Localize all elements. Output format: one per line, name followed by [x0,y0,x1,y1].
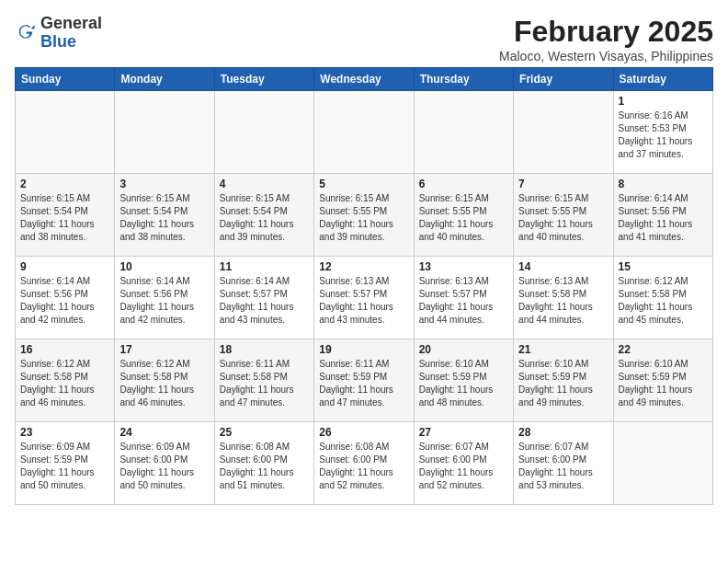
calendar-cell: 2Sunrise: 6:15 AM Sunset: 5:54 PM Daylig… [16,174,115,257]
day-number: 5 [319,178,408,190]
page-header: General Blue February 2025 Maloco, Weste… [15,15,713,63]
day-number: 9 [20,260,109,273]
calendar-cell: 8Sunrise: 6:14 AM Sunset: 5:56 PM Daylig… [613,174,712,257]
weekday-header-sunday: Sunday [16,68,115,91]
day-number: 6 [419,178,508,190]
day-number: 15 [619,260,708,273]
calendar-cell: 17Sunrise: 6:12 AM Sunset: 5:58 PM Dayli… [115,339,214,422]
calendar-cell: 3Sunrise: 6:15 AM Sunset: 5:54 PM Daylig… [115,174,214,257]
day-number: 1 [619,95,708,108]
calendar-cell: 13Sunrise: 6:13 AM Sunset: 5:57 PM Dayli… [414,257,513,339]
day-info: Sunrise: 6:12 AM Sunset: 5:58 PM Dayligh… [619,275,708,327]
day-info: Sunrise: 6:12 AM Sunset: 5:58 PM Dayligh… [20,358,109,409]
day-number: 28 [518,426,608,439]
day-number: 2 [20,178,109,190]
calendar-cell: 6Sunrise: 6:15 AM Sunset: 5:55 PM Daylig… [414,174,513,257]
calendar-cell [514,91,613,174]
day-info: Sunrise: 6:15 AM Sunset: 5:55 PM Dayligh… [518,192,608,244]
calendar-cell [314,91,414,174]
day-number: 24 [119,426,209,439]
weekday-header-wednesday: Wednesday [314,68,414,91]
day-info: Sunrise: 6:11 AM Sunset: 5:59 PM Dayligh… [319,358,408,409]
day-number: 22 [619,343,708,356]
day-info: Sunrise: 6:14 AM Sunset: 5:56 PM Dayligh… [119,275,209,327]
weekday-header-friday: Friday [514,68,613,91]
weekday-header-saturday: Saturday [613,68,712,91]
title-block: February 2025 Maloco, Western Visayas, P… [499,15,713,63]
calendar-cell: 23Sunrise: 6:09 AM Sunset: 5:59 PM Dayli… [16,422,115,505]
calendar-header: SundayMondayTuesdayWednesdayThursdayFrid… [16,68,713,91]
calendar-cell: 12Sunrise: 6:13 AM Sunset: 5:57 PM Dayli… [314,257,414,339]
day-number: 27 [419,426,508,439]
calendar-week-2: 2Sunrise: 6:15 AM Sunset: 5:54 PM Daylig… [16,174,713,257]
day-number: 20 [419,343,508,356]
day-number: 26 [319,426,408,439]
day-number: 11 [220,260,309,273]
day-number: 8 [619,178,708,190]
day-info: Sunrise: 6:09 AM Sunset: 6:00 PM Dayligh… [119,441,209,492]
day-info: Sunrise: 6:07 AM Sunset: 6:00 PM Dayligh… [419,441,508,492]
day-number: 17 [119,343,209,356]
day-info: Sunrise: 6:15 AM Sunset: 5:55 PM Dayligh… [319,192,408,244]
calendar-cell: 1Sunrise: 6:16 AM Sunset: 5:53 PM Daylig… [613,91,712,174]
calendar-cell [613,422,712,505]
day-info: Sunrise: 6:08 AM Sunset: 6:00 PM Dayligh… [319,441,408,492]
calendar-cell: 25Sunrise: 6:08 AM Sunset: 6:00 PM Dayli… [214,422,313,505]
day-info: Sunrise: 6:10 AM Sunset: 5:59 PM Dayligh… [419,358,508,409]
calendar-cell [115,91,214,174]
calendar-cell: 14Sunrise: 6:13 AM Sunset: 5:58 PM Dayli… [514,257,613,339]
calendar-cell: 21Sunrise: 6:10 AM Sunset: 5:59 PM Dayli… [514,339,613,422]
calendar-week-4: 16Sunrise: 6:12 AM Sunset: 5:58 PM Dayli… [16,339,713,422]
location-subtitle: Maloco, Western Visayas, Philippines [499,49,713,63]
day-info: Sunrise: 6:11 AM Sunset: 5:58 PM Dayligh… [220,358,309,409]
weekday-header-monday: Monday [115,68,214,91]
calendar-cell: 28Sunrise: 6:07 AM Sunset: 6:00 PM Dayli… [514,422,613,505]
calendar-table: SundayMondayTuesdayWednesdayThursdayFrid… [15,67,713,505]
day-info: Sunrise: 6:07 AM Sunset: 6:00 PM Dayligh… [518,441,608,492]
calendar-week-5: 23Sunrise: 6:09 AM Sunset: 5:59 PM Dayli… [16,422,713,505]
day-info: Sunrise: 6:08 AM Sunset: 6:00 PM Dayligh… [220,441,309,492]
calendar-cell: 27Sunrise: 6:07 AM Sunset: 6:00 PM Dayli… [414,422,513,505]
day-number: 14 [518,260,608,273]
day-number: 4 [220,178,309,190]
day-info: Sunrise: 6:14 AM Sunset: 5:56 PM Dayligh… [20,275,109,327]
day-number: 25 [220,426,309,439]
day-number: 21 [518,343,608,356]
calendar-cell: 16Sunrise: 6:12 AM Sunset: 5:58 PM Dayli… [16,339,115,422]
day-number: 19 [319,343,408,356]
calendar-cell: 18Sunrise: 6:11 AM Sunset: 5:58 PM Dayli… [214,339,313,422]
day-number: 16 [20,343,109,356]
weekday-header-row: SundayMondayTuesdayWednesdayThursdayFrid… [16,68,713,91]
day-number: 23 [20,426,109,439]
calendar-cell: 15Sunrise: 6:12 AM Sunset: 5:58 PM Dayli… [613,257,712,339]
day-info: Sunrise: 6:10 AM Sunset: 5:59 PM Dayligh… [619,358,708,409]
day-info: Sunrise: 6:16 AM Sunset: 5:53 PM Dayligh… [619,109,708,161]
calendar-cell: 22Sunrise: 6:10 AM Sunset: 5:59 PM Dayli… [613,339,712,422]
day-number: 13 [419,260,508,273]
day-info: Sunrise: 6:14 AM Sunset: 5:56 PM Dayligh… [619,192,708,244]
day-number: 7 [518,178,608,190]
calendar-week-1: 1Sunrise: 6:16 AM Sunset: 5:53 PM Daylig… [16,91,713,174]
calendar-cell: 4Sunrise: 6:15 AM Sunset: 5:54 PM Daylig… [214,174,313,257]
calendar-cell: 11Sunrise: 6:14 AM Sunset: 5:57 PM Dayli… [214,257,313,339]
calendar-cell [414,91,513,174]
day-number: 10 [119,260,209,273]
calendar-week-3: 9Sunrise: 6:14 AM Sunset: 5:56 PM Daylig… [16,257,713,339]
generalblue-logo-icon [15,22,37,44]
day-info: Sunrise: 6:09 AM Sunset: 5:59 PM Dayligh… [20,441,109,492]
day-number: 3 [119,178,209,190]
calendar-cell: 19Sunrise: 6:11 AM Sunset: 5:59 PM Dayli… [314,339,414,422]
day-info: Sunrise: 6:15 AM Sunset: 5:54 PM Dayligh… [119,192,209,244]
month-year-title: February 2025 [499,15,713,49]
calendar-cell: 24Sunrise: 6:09 AM Sunset: 6:00 PM Dayli… [115,422,214,505]
day-number: 12 [319,260,408,273]
calendar-cell: 26Sunrise: 6:08 AM Sunset: 6:00 PM Dayli… [314,422,414,505]
day-info: Sunrise: 6:15 AM Sunset: 5:54 PM Dayligh… [220,192,309,244]
day-info: Sunrise: 6:13 AM Sunset: 5:57 PM Dayligh… [419,275,508,327]
calendar-cell: 20Sunrise: 6:10 AM Sunset: 5:59 PM Dayli… [414,339,513,422]
logo: General Blue [15,15,102,52]
calendar-cell [214,91,313,174]
weekday-header-thursday: Thursday [414,68,513,91]
calendar-cell: 10Sunrise: 6:14 AM Sunset: 5:56 PM Dayli… [115,257,214,339]
day-info: Sunrise: 6:15 AM Sunset: 5:55 PM Dayligh… [419,192,508,244]
